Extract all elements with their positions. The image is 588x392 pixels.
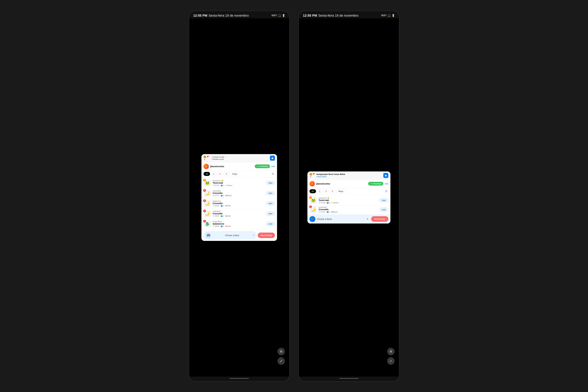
- raid-item-cresselia1-left: 5 🌙 varianhaley Cresselia 🕐 07:47 👥 2 My…: [201, 188, 277, 198]
- join-button-toxicroak[interactable]: Join: [266, 181, 275, 185]
- tab-5-left[interactable]: 5: [224, 172, 229, 176]
- raid-meta-toxicroak-right: 🕐 07:48 👥 3 Instinct: [319, 202, 378, 204]
- raid-name-cresselia2: Cresselia: [213, 202, 265, 204]
- choose-boss-button-left[interactable]: 🎮 Choose a Boss ▾: [204, 231, 257, 240]
- status-time-right: 12:55 PM: [303, 14, 317, 18]
- home-bar-right[interactable]: [339, 378, 358, 379]
- tablet-notch-right: [349, 12, 349, 13]
- home-bar-left[interactable]: [230, 378, 249, 379]
- tab-mega-right[interactable]: Mega: [336, 189, 345, 193]
- raid-host-salamence: PrivacyMons: [213, 221, 265, 222]
- banner-check2-left: Retirada na loja: [212, 158, 224, 160]
- people-icon-r2: 👥: [327, 211, 329, 213]
- raid-img-cresselia3: 5 🌙: [204, 210, 211, 218]
- raid-img-salamence: 5 🐉: [204, 220, 211, 228]
- people-icon3: 👥: [221, 205, 223, 207]
- join-button-cresselia1[interactable]: Join: [266, 191, 275, 195]
- info-button-right[interactable]: Info: [385, 182, 388, 185]
- host-party-button-left[interactable]: Host Party: [258, 232, 275, 238]
- info-button-left[interactable]: Info: [272, 165, 275, 168]
- tab-all-right[interactable]: All: [309, 189, 316, 193]
- raid-item-cresselia-right: 5 🌙 varianhaley Cresselia 🕐 07:43 👥 2 My…: [307, 206, 390, 214]
- join-button-toxicroak-right[interactable]: Join: [379, 198, 388, 202]
- raid-name-toxicroak-right: Toxicroak: [319, 199, 378, 202]
- expand-button-right[interactable]: ⤢: [387, 357, 395, 365]
- host-party-button-right[interactable]: Host Party: [371, 216, 388, 222]
- app-card-left: 🛒 🚩 ✕ ✓ Compras na loja ✓: [201, 154, 277, 241]
- raid-info-cresselia2: Heightch11 Cresselia 🕐 09:42 👥 1 Valor: [213, 200, 265, 207]
- tab-mega-left[interactable]: Mega: [230, 172, 240, 176]
- join-button-salamence[interactable]: Join: [266, 222, 275, 226]
- premium-button-right[interactable]: + + Premium: [368, 182, 383, 186]
- status-date-left: Sexta-feira 19 de novembro: [209, 14, 249, 18]
- raid-level-toxicroak-right: 3: [309, 196, 312, 199]
- clock-icon-r2: 🕐: [319, 211, 321, 213]
- people-icon: 👥: [221, 184, 223, 186]
- banner-title-block: Inauguração Nova Casas Bahia Casas Bahia: [316, 173, 345, 178]
- tab-1-right[interactable]: 1: [317, 189, 322, 193]
- status-date-right: Sexta-feira 19 de novembro: [318, 14, 358, 18]
- premium-plus-icon: +: [257, 165, 258, 168]
- tab-all-left[interactable]: All: [204, 172, 210, 176]
- team-dot-valor3: [226, 226, 227, 227]
- status-time-left: 12:55 PM: [193, 14, 207, 18]
- boss-avatar-icon: 🎮: [206, 233, 211, 238]
- clock-icon-r1: 🕐: [319, 202, 321, 204]
- raid-level-cresselia1: 5: [203, 189, 206, 192]
- app-card-right: 🛒 🚩 ✕ Inauguração Nova Casas Bahia Casas…: [307, 172, 390, 224]
- raid-info-salamence: PrivacyMons Salamence 🕐 09:09 👥 5 Valor: [213, 221, 265, 227]
- wifi-icon-right: WiFi: [381, 14, 387, 17]
- raid-list-left: 3 🐸 teburkulum 👑 Toxicroak 🕐 07:52 👥 3 I…: [201, 178, 277, 230]
- raid-host-cresselia2: Heightch11: [213, 200, 265, 202]
- tablet-notch: [239, 12, 240, 13]
- avatar-right: J: [309, 181, 315, 186]
- clock-icon4: 🕐: [213, 215, 215, 217]
- filter-icon-right[interactable]: ☰: [384, 189, 388, 194]
- raid-name-salamence: Salamence: [213, 222, 265, 225]
- tab-3-right[interactable]: 3: [323, 189, 329, 193]
- raid-list-right: 3 🐸 teburkulum 👑 Toxicroak 🕐 07:48 👥 3 I…: [307, 195, 390, 214]
- boss-chevron-icon: ▾: [253, 234, 254, 236]
- raid-info-cresselia3: CollinWuD Cresselia 🕐 09:23 👥 1 Valor: [213, 210, 265, 217]
- tab-3-left[interactable]: 3: [217, 172, 223, 176]
- raid-item-salamence-left: 5 🐉 PrivacyMons Salamence 🕐 09:09 👥 5 Va…: [201, 219, 277, 229]
- banner-icons-left: 🛒 🚩 ✕: [204, 156, 209, 161]
- banner-x-icon-right: ✕: [310, 176, 311, 178]
- tab-1-left[interactable]: 1: [211, 172, 216, 176]
- clock-icon: 🕐: [213, 184, 215, 186]
- banner-store-icon: 🛒: [204, 156, 206, 158]
- people-icon5: 👥: [221, 225, 223, 227]
- raid-img-toxicroak: 3 🐸: [204, 179, 211, 187]
- raid-item-toxicroak-left: 3 🐸 teburkulum 👑 Toxicroak 🕐 07:52 👥 3 I…: [201, 178, 277, 188]
- username-right: jbaronicortez: [316, 182, 367, 185]
- banner-flag-icon-right: 🚩: [313, 173, 315, 176]
- raid-meta-cresselia-right: 🕐 07:43 👥 2 Mystic: [319, 211, 378, 213]
- expand-button-left[interactable]: ⤢: [278, 357, 285, 365]
- people-icon2: 👥: [221, 194, 223, 196]
- raid-item-toxicroak-right: 3 🐸 teburkulum 👑 Toxicroak 🕐 07:48 👥 3 I…: [307, 195, 390, 206]
- copy-button-right[interactable]: ⧉: [387, 348, 395, 355]
- team-dot-mystic1: [226, 195, 227, 196]
- choose-boss-label-right: Choose a Boss: [317, 218, 366, 220]
- headphone-icon-right: 🎧: [387, 14, 391, 17]
- join-button-cresselia-right[interactable]: Join: [379, 208, 388, 212]
- raid-meta-cresselia1: 🕐 07:47 👥 2 Mystic: [213, 194, 265, 196]
- copy-button-left[interactable]: ⧉: [278, 348, 285, 355]
- join-button-cresselia3[interactable]: Join: [266, 212, 275, 216]
- raid-meta-toxicroak: 🕐 07:52 👥 3 Instinct: [213, 184, 265, 186]
- premium-button-left[interactable]: + + Premium: [255, 164, 270, 168]
- join-button-cresselia2[interactable]: Join: [266, 201, 275, 206]
- banner-store-icon-right: 🛒: [309, 173, 312, 176]
- raid-name-cresselia-right: Cresselia: [319, 208, 378, 210]
- filter-icon-left[interactable]: ☰: [271, 172, 275, 176]
- raid-meta-salamence: 🕐 09:09 👥 5 Valor: [213, 225, 265, 227]
- raid-host-cresselia-right: varianhaley: [319, 206, 378, 208]
- boss-avatar-icon-right: 🎮: [309, 216, 315, 222]
- raid-item-cresselia2-left: 5 🌙 Heightch11 Cresselia 🕐 09:42 👥 1 Val…: [201, 198, 277, 209]
- tab-5-right[interactable]: 5: [330, 189, 335, 193]
- banner-diamond-left: ◆: [270, 156, 275, 161]
- banner-content-right: 🛒 🚩 ✕ Inauguração Nova Casas Bahia Casas…: [309, 173, 345, 178]
- banner-left: 🛒 🚩 ✕ ✓ Compras na loja ✓: [201, 154, 277, 162]
- banner-x-icon: ✕: [204, 158, 205, 161]
- battery-icon-right: 🔋: [392, 14, 395, 17]
